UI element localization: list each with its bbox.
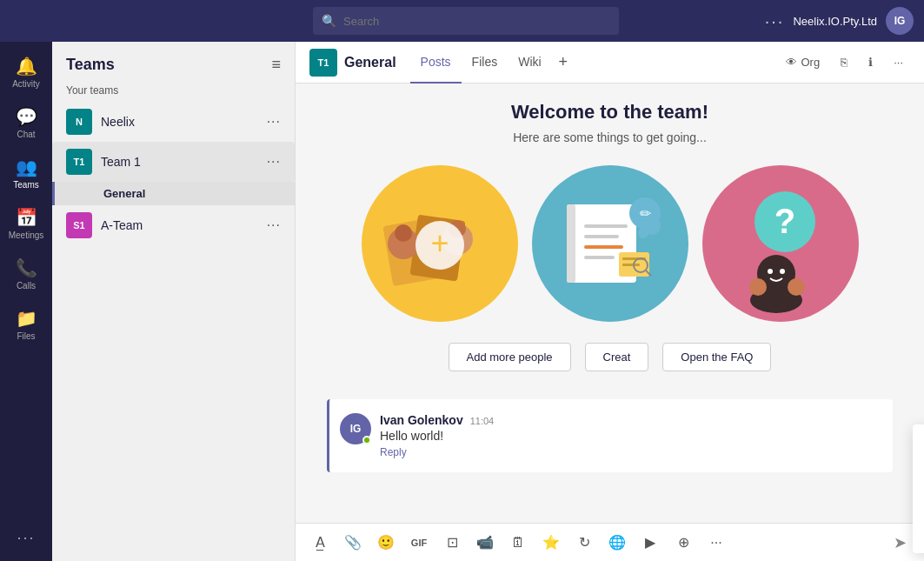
dropdown-item-confidence[interactable]: Neelix Confidence Vote <box>913 519 924 550</box>
tab-files[interactable]: Files <box>462 42 509 83</box>
meetings-icon: 📅 <box>16 207 37 228</box>
channel-header-actions: 👁 Org ⎘ ℹ ··· <box>779 52 910 72</box>
activity-label: Activity <box>12 79 40 89</box>
create-button[interactable]: Creat <box>585 343 649 371</box>
sidebar: Teams ≡ Your teams N Neelix ··· T1 Team … <box>52 42 296 561</box>
tab-wiki[interactable]: Wiki <box>508 42 551 83</box>
sidebar-item-calls[interactable]: 📞 Calls <box>0 250 52 297</box>
files-label: Files <box>17 331 35 341</box>
team-item-neelix[interactable]: N Neelix ··· <box>52 102 295 142</box>
copy-button[interactable]: ⎘ <box>834 52 854 72</box>
svg-rect-12 <box>584 245 623 249</box>
svg-point-28 <box>780 269 785 274</box>
send-icon: ➤ <box>894 533 907 552</box>
user-avatar[interactable]: IG <box>886 7 914 35</box>
stream-button[interactable]: ▶ <box>636 529 664 557</box>
chat-label: Chat <box>17 130 35 139</box>
message-time: 11:04 <box>470 416 495 426</box>
schedule-button[interactable]: 🗓 <box>504 529 532 557</box>
create-post-illustration: ✏ <box>532 165 688 322</box>
your-teams-label: Your teams <box>52 81 295 102</box>
add-tab-button[interactable]: + <box>552 42 575 83</box>
svg-rect-11 <box>584 235 619 238</box>
team-item-ateam[interactable]: S1 A-Team ··· <box>52 205 295 245</box>
more-header-button[interactable]: ··· <box>887 52 910 72</box>
filter-icon[interactable]: ≡ <box>271 56 281 74</box>
team-badge-ateam: S1 <box>66 212 92 238</box>
meet-icon: 📹 <box>476 534 494 551</box>
attach-icon: 📎 <box>344 534 362 551</box>
apps-button[interactable]: ⊕ <box>669 529 697 557</box>
dropdown-item-exp-post[interactable]: Neelix Experience Post <box>913 428 924 458</box>
message-content: Ivan Golenkov 11:04 Hello world! Reply <box>380 413 882 458</box>
info-button[interactable]: ℹ <box>861 52 880 72</box>
svg-text:✏: ✏ <box>639 206 651 221</box>
online-indicator <box>362 436 371 444</box>
activity-icon: 🔔 <box>16 56 37 77</box>
reply-link[interactable]: Reply <box>380 446 882 458</box>
gif-button[interactable]: GIF <box>405 529 433 557</box>
add-more-people-button[interactable]: Add more people <box>449 343 571 371</box>
org-button[interactable]: 👁 Org <box>779 52 827 72</box>
team-more-ateam[interactable]: ··· <box>267 217 281 233</box>
welcome-title: Welcome to the team! <box>511 101 708 124</box>
action-buttons: Add more people Creat Open the FAQ <box>449 343 772 371</box>
gif-icon: GIF <box>411 538 427 548</box>
message-avatar: IG <box>340 413 371 444</box>
svg-point-3 <box>395 224 412 242</box>
emoji-button[interactable]: 🙂 <box>372 529 400 557</box>
team-more-team1[interactable]: ··· <box>267 154 281 170</box>
loop-button[interactable]: ↻ <box>570 529 598 557</box>
more-apps-button[interactable]: ··· <box>10 522 42 554</box>
welcome-subtitle: Here are some things to get going... <box>513 130 707 144</box>
svg-point-30 <box>788 278 805 296</box>
toolbar-more-button[interactable]: ··· <box>702 529 730 557</box>
message-text: Hello world! <box>380 429 882 443</box>
sidebar-item-files[interactable]: 📁 Files <box>0 301 52 348</box>
channel-item-general[interactable]: General <box>52 182 295 205</box>
svg-rect-10 <box>584 224 628 228</box>
globe-icon: 🌐 <box>608 534 626 551</box>
welcome-cards: + <box>362 165 859 322</box>
loop-icon: ↻ <box>579 534 590 551</box>
toolbar-more-icon: ··· <box>710 535 721 551</box>
channel-header: T1 General Posts Files Wiki + 👁 Org ⎘ ℹ <box>296 42 924 83</box>
tab-posts[interactable]: Posts <box>410 42 462 83</box>
team-more-neelix[interactable]: ··· <box>267 114 281 130</box>
dropdown-item-retro[interactable]: Neelix Retro Feedback <box>913 458 924 489</box>
praise-button[interactable]: ⭐ <box>537 529 565 557</box>
team-name-team1: Team 1 <box>101 155 258 169</box>
sidebar-item-meetings[interactable]: 📅 Meetings <box>0 200 52 247</box>
dropdown-item-capsule[interactable]: Neelix Time Capsule <box>913 489 924 519</box>
sidebar-title: Teams <box>66 56 115 74</box>
svg-rect-9 <box>567 204 575 283</box>
globe-button[interactable]: 🌐 <box>603 529 631 557</box>
messages-area: IG Ivan Golenkov 11:04 Hello world! Repl… <box>313 392 907 486</box>
message-header: Ivan Golenkov 11:04 <box>380 413 882 427</box>
open-faq-button[interactable]: Open the FAQ <box>662 343 771 371</box>
attach-button[interactable]: 📎 <box>339 529 367 557</box>
stream-icon: ▶ <box>645 534 655 551</box>
add-people-card: + <box>362 165 518 322</box>
team-item-team1[interactable]: T1 Team 1 ··· <box>52 142 295 182</box>
schedule-icon: 🗓 <box>511 535 525 551</box>
message-border: IG Ivan Golenkov 11:04 Hello world! Repl… <box>327 399 893 472</box>
copy-icon: ⎘ <box>841 56 848 69</box>
search-box[interactable]: 🔍 <box>313 7 619 35</box>
sidebar-item-chat[interactable]: 💬 Chat <box>0 99 52 146</box>
search-icon: 🔍 <box>322 14 336 28</box>
username-label: Neelix.IO.Pty.Ltd <box>793 15 877 28</box>
more-options-button[interactable]: ··· <box>765 11 785 31</box>
welcome-area: Welcome to the team! Here are some thing… <box>296 83 924 523</box>
sidebar-header: Teams ≡ <box>52 42 295 81</box>
svg-point-29 <box>749 278 767 296</box>
search-input[interactable] <box>343 15 610 28</box>
org-label: Org <box>801 56 820 69</box>
format-button[interactable]: A̲ <box>306 529 334 557</box>
sticker-button[interactable]: ⊡ <box>438 529 466 557</box>
message-item: IG Ivan Golenkov 11:04 Hello world! Repl… <box>340 406 882 465</box>
sidebar-item-activity[interactable]: 🔔 Activity <box>0 49 52 96</box>
meet-button[interactable]: 📹 <box>471 529 499 557</box>
send-button[interactable]: ➤ <box>886 529 914 557</box>
sidebar-item-teams[interactable]: 👥 Teams <box>0 150 52 197</box>
